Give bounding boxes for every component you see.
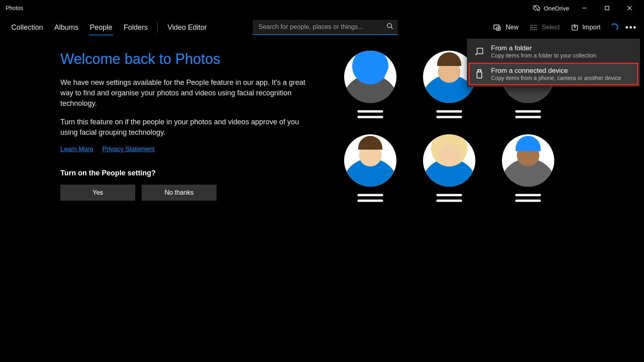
window-close-button[interactable] [618,0,641,16]
welcome-paragraph-2: Turn this feature on if the people in yo… [60,117,310,138]
svg-point-5 [387,23,392,28]
tab-video-editor[interactable]: Video Editor [162,16,213,39]
welcome-heading: Welcome back to Photos [60,51,318,68]
welcome-panel: Welcome back to Photos We have new setti… [60,51,318,202]
menu-item-title: From a folder [491,44,596,52]
menu-item-title: From a connected device [491,67,621,75]
search-box[interactable] [253,20,398,35]
name-placeholder [357,110,383,118]
app-title: Photos [6,5,23,11]
svg-rect-18 [477,48,483,54]
name-placeholder [357,194,383,202]
window-minimize-button[interactable] [573,0,596,16]
search-icon[interactable] [386,23,394,31]
name-placeholder [436,194,462,202]
new-video-icon [493,24,502,31]
no-thanks-button[interactable]: No thanks [142,185,217,201]
nav-tabs: Collection Albums People Folders Video E… [6,16,213,39]
svg-line-6 [391,27,393,29]
people-prompt: Turn on the People setting? [60,169,318,177]
import-menu: From a folder Copy items from a folder t… [467,39,640,87]
select-label: Select [542,24,559,31]
folder-add-icon [474,47,485,56]
tab-albums[interactable]: Albums [49,16,84,39]
privacy-statement-link[interactable]: Privacy Statement [102,146,155,152]
welcome-links: Learn More Privacy Statement [60,146,318,153]
window-maximize-button[interactable] [596,0,618,16]
search-input[interactable] [258,23,383,31]
learn-more-link[interactable]: Learn More [60,146,93,152]
new-button[interactable]: New [488,16,524,39]
select-button: Select [524,16,565,39]
avatar-icon [423,134,475,187]
menu-item-subtitle: Copy items from a phone, camera or anoth… [491,75,621,81]
ellipsis-icon: ••• [625,22,637,33]
welcome-paragraph-1: We have new settings available for the P… [60,77,310,109]
avatar-icon [502,134,554,187]
onedrive-label: OneDrive [544,5,569,12]
avatar-icon [344,51,396,103]
svg-rect-22 [477,72,482,78]
person-tile [413,134,485,202]
more-button[interactable]: ••• [622,16,640,39]
import-from-folder[interactable]: From a folder Copy items from a folder t… [469,40,638,63]
titlebar: Photos OneDrive [0,0,644,16]
avatar-icon [344,134,396,187]
tab-collection[interactable]: Collection [6,16,49,39]
sync-spinner-icon [610,23,618,31]
cloud-off-icon [533,4,541,12]
yes-button[interactable]: Yes [60,185,135,201]
name-placeholder [436,110,462,118]
import-icon [571,24,578,31]
import-button[interactable]: Import [566,16,606,39]
import-label: Import [582,24,601,31]
person-tile [492,134,564,202]
onedrive-status[interactable]: OneDrive [528,4,573,12]
usb-icon [474,69,485,79]
tab-folders[interactable]: Folders [118,16,153,39]
nav-divider [157,22,158,33]
command-bar: Collection Albums People Folders Video E… [0,16,644,39]
svg-rect-2 [605,6,609,10]
tab-people[interactable]: People [84,16,118,39]
new-label: New [506,24,518,31]
svg-point-14 [530,27,531,28]
import-from-device[interactable]: From a connected device Copy items from … [469,63,638,85]
person-tile [334,134,407,202]
name-placeholder [515,194,541,202]
svg-point-15 [530,29,531,30]
person-tile [334,51,407,118]
select-list-icon [530,24,538,31]
menu-item-subtitle: Copy items from a folder to your collect… [491,52,596,59]
name-placeholder [515,110,541,118]
